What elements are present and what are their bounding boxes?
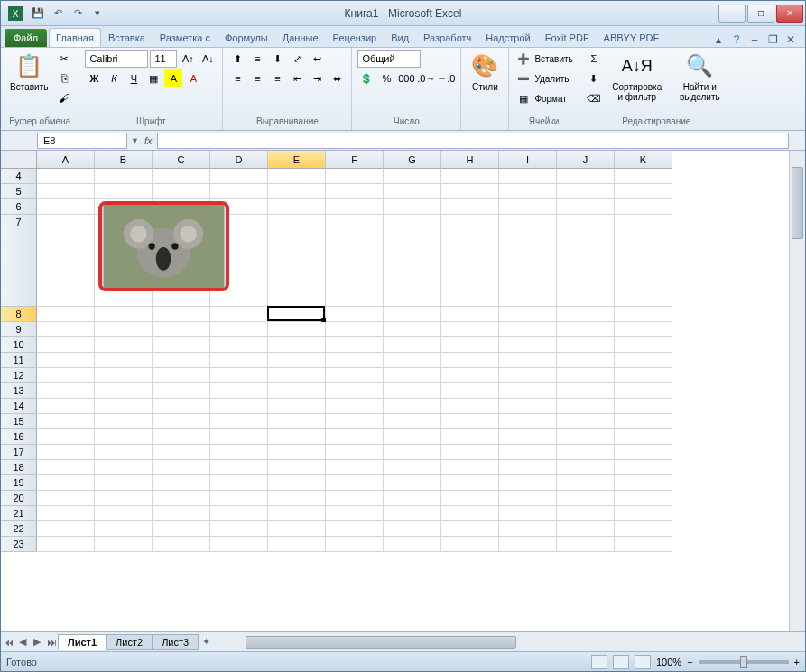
percent-icon[interactable]: % bbox=[377, 69, 395, 87]
cell[interactable] bbox=[557, 491, 615, 506]
cell[interactable] bbox=[268, 414, 326, 429]
cell[interactable] bbox=[384, 414, 441, 429]
column-header[interactable]: H bbox=[441, 151, 499, 169]
help-icon[interactable]: ? bbox=[729, 32, 744, 47]
cell[interactable] bbox=[384, 353, 441, 368]
cell[interactable] bbox=[326, 169, 384, 184]
cell[interactable] bbox=[210, 414, 268, 429]
cell[interactable] bbox=[37, 199, 95, 215]
doc-restore-icon[interactable]: ❐ bbox=[765, 32, 780, 47]
cell[interactable] bbox=[326, 353, 384, 368]
cell[interactable] bbox=[210, 506, 268, 521]
cell[interactable] bbox=[326, 383, 384, 399]
cell[interactable] bbox=[210, 491, 268, 506]
cell[interactable] bbox=[326, 307, 384, 322]
minimize-ribbon-icon[interactable]: ▴ bbox=[711, 32, 726, 47]
cell[interactable] bbox=[557, 506, 615, 521]
tab-insert[interactable]: Вставка bbox=[101, 28, 153, 47]
cell[interactable] bbox=[499, 521, 557, 537]
cell[interactable] bbox=[153, 491, 210, 506]
cell[interactable] bbox=[268, 399, 326, 414]
cell[interactable] bbox=[499, 460, 557, 475]
row-header[interactable]: 4 bbox=[1, 169, 37, 184]
zoom-thumb[interactable] bbox=[740, 656, 747, 668]
minimize-button[interactable]: — bbox=[718, 5, 746, 23]
vscroll-thumb[interactable] bbox=[792, 167, 803, 239]
row-header[interactable]: 16 bbox=[1, 429, 37, 445]
column-header[interactable]: D bbox=[210, 151, 268, 169]
cell[interactable] bbox=[37, 383, 95, 399]
cell[interactable] bbox=[499, 215, 557, 307]
tab-formulas[interactable]: Формулы bbox=[218, 28, 275, 47]
cell[interactable] bbox=[615, 383, 672, 399]
cell[interactable] bbox=[37, 506, 95, 521]
redo-icon[interactable]: ↷ bbox=[69, 5, 86, 22]
cell[interactable] bbox=[615, 199, 672, 215]
cell[interactable] bbox=[153, 337, 210, 353]
tab-foxit[interactable]: Foxit PDF bbox=[538, 28, 597, 47]
cell[interactable] bbox=[95, 337, 153, 353]
cell[interactable] bbox=[153, 475, 210, 491]
cell[interactable] bbox=[384, 383, 441, 399]
align-bottom-icon[interactable]: ⬇ bbox=[268, 50, 286, 68]
cell[interactable] bbox=[268, 491, 326, 506]
align-right-icon[interactable]: ≡ bbox=[268, 69, 286, 87]
undo-icon[interactable]: ↶ bbox=[50, 5, 66, 22]
row-header[interactable]: 9 bbox=[1, 322, 37, 337]
cell[interactable] bbox=[384, 337, 441, 353]
number-format-select[interactable] bbox=[357, 50, 421, 68]
cell[interactable] bbox=[615, 307, 672, 322]
cell[interactable] bbox=[326, 322, 384, 337]
cell[interactable] bbox=[384, 368, 441, 383]
font-name-select[interactable] bbox=[85, 50, 148, 68]
cell[interactable] bbox=[499, 199, 557, 215]
cell[interactable] bbox=[499, 429, 557, 445]
cell[interactable] bbox=[268, 169, 326, 184]
align-middle-icon[interactable]: ≡ bbox=[248, 50, 266, 68]
cell[interactable] bbox=[384, 537, 441, 552]
find-select-button[interactable]: 🔍 Найти и выделить bbox=[672, 50, 728, 104]
cell[interactable] bbox=[95, 399, 153, 414]
cell[interactable] bbox=[326, 215, 384, 307]
sheet-tab-3[interactable]: Лист3 bbox=[152, 634, 199, 650]
horizontal-scrollbar[interactable] bbox=[231, 635, 801, 649]
cut-icon[interactable]: ✂ bbox=[55, 50, 73, 68]
name-box-dropdown-icon[interactable]: ▼ bbox=[131, 136, 139, 145]
tab-developer[interactable]: Разработч bbox=[416, 28, 478, 47]
column-header[interactable]: E bbox=[268, 151, 326, 169]
align-center-icon[interactable]: ≡ bbox=[248, 69, 266, 87]
align-left-icon[interactable]: ≡ bbox=[228, 69, 246, 87]
cell[interactable] bbox=[268, 368, 326, 383]
cell[interactable] bbox=[153, 506, 210, 521]
cell[interactable] bbox=[153, 353, 210, 368]
cell[interactable] bbox=[210, 353, 268, 368]
tab-layout[interactable]: Разметка с bbox=[153, 28, 218, 47]
cell[interactable] bbox=[326, 537, 384, 552]
sort-filter-button[interactable]: А↓Я Сортировка и фильтр bbox=[607, 50, 668, 104]
tab-data[interactable]: Данные bbox=[275, 28, 326, 47]
column-header[interactable]: K bbox=[615, 151, 672, 169]
save-icon[interactable]: 💾 bbox=[30, 5, 46, 22]
row-header[interactable]: 7 bbox=[1, 215, 37, 307]
column-header[interactable]: B bbox=[95, 151, 153, 169]
cell[interactable] bbox=[557, 399, 615, 414]
cell[interactable] bbox=[37, 368, 95, 383]
cell[interactable] bbox=[95, 491, 153, 506]
cell[interactable] bbox=[210, 322, 268, 337]
cell[interactable] bbox=[441, 184, 499, 199]
cell[interactable] bbox=[153, 307, 210, 322]
row-header[interactable]: 20 bbox=[1, 491, 37, 506]
row-header[interactable]: 12 bbox=[1, 368, 37, 383]
cell[interactable] bbox=[37, 337, 95, 353]
cell[interactable] bbox=[499, 353, 557, 368]
cell[interactable] bbox=[153, 460, 210, 475]
paste-button[interactable]: 📋 Вставить bbox=[6, 50, 51, 94]
copy-icon[interactable]: ⎘ bbox=[55, 69, 73, 87]
cell[interactable] bbox=[441, 445, 499, 460]
row-header[interactable]: 23 bbox=[1, 537, 37, 552]
cell[interactable] bbox=[153, 383, 210, 399]
cell[interactable] bbox=[326, 521, 384, 537]
cell[interactable] bbox=[557, 199, 615, 215]
indent-dec-icon[interactable]: ⇤ bbox=[288, 69, 306, 87]
cell[interactable] bbox=[557, 537, 615, 552]
